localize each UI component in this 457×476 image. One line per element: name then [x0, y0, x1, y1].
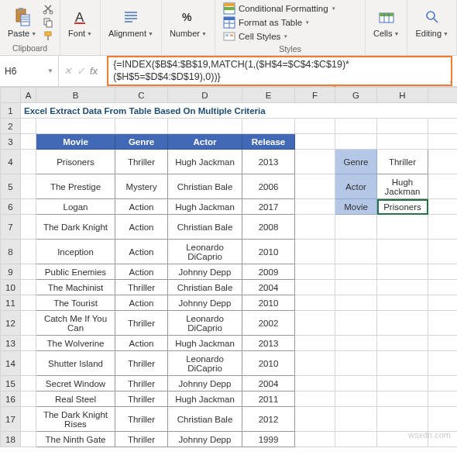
cell[interactable]: 2002 — [242, 311, 295, 336]
number-button[interactable]: % Number▼ — [167, 5, 210, 40]
table-header[interactable]: Movie — [36, 134, 115, 150]
alignment-button[interactable]: Alignment▼ — [105, 5, 156, 40]
cell[interactable]: 2011 — [242, 391, 295, 407]
cell[interactable]: Inception — [36, 240, 115, 264]
enter-icon[interactable]: ✓ — [77, 65, 85, 77]
side-value[interactable]: Hugh Jackman — [377, 174, 428, 199]
row-header[interactable]: 4 — [1, 150, 21, 174]
row-header[interactable]: 16 — [1, 391, 21, 407]
cell[interactable]: 2010 — [242, 240, 295, 264]
cell[interactable]: Thriller — [115, 311, 168, 336]
row-header[interactable]: 12 — [1, 311, 21, 336]
cell[interactable]: Shutter Island — [36, 351, 115, 376]
cell[interactable]: Hugh Jackman — [168, 199, 242, 215]
cell[interactable]: Johnny Depp — [168, 295, 242, 311]
cell[interactable]: Action — [115, 336, 168, 351]
font-button[interactable]: A Font▼ — [65, 5, 95, 40]
cell[interactable]: Johnny Depp — [168, 264, 242, 280]
paste-button[interactable]: Paste▼ — [5, 5, 40, 40]
conditional-formatting-button[interactable]: Conditional Formatting▾ — [222, 2, 359, 16]
row-header[interactable]: 11 — [1, 295, 21, 311]
cell[interactable]: Action — [115, 199, 168, 215]
col-header[interactable]: B — [36, 88, 115, 103]
cell[interactable]: Thriller — [115, 150, 168, 174]
cell[interactable]: Hugh Jackman — [168, 391, 242, 407]
col-header[interactable]: E — [242, 88, 295, 103]
cell[interactable]: Christian Bale — [168, 407, 242, 432]
editing-button[interactable]: Editing▼ — [412, 5, 452, 40]
cell[interactable]: 2004 — [242, 280, 295, 295]
cell[interactable]: Public Enemies — [36, 264, 115, 280]
selected-cell[interactable]: Prisoners — [377, 199, 428, 215]
expand-icon[interactable]: ⌄ — [448, 78, 454, 85]
col-header[interactable]: A — [21, 88, 36, 103]
side-label[interactable]: Actor — [335, 174, 377, 199]
cell[interactable]: Hugh Jackman — [168, 150, 242, 174]
cell[interactable]: The Dark Knight — [36, 215, 115, 240]
row-header[interactable]: 14 — [1, 351, 21, 376]
table-header[interactable]: Actor — [168, 134, 242, 150]
cell[interactable]: The Tourist — [36, 295, 115, 311]
row-header[interactable]: 10 — [1, 280, 21, 295]
col-header[interactable]: D — [168, 88, 242, 103]
cut-button[interactable] — [41, 3, 55, 16]
cell[interactable]: Real Steel — [36, 391, 115, 407]
row-header[interactable]: 15 — [1, 376, 21, 391]
cell[interactable]: Action — [115, 295, 168, 311]
page-title[interactable]: Excel Extract Data From Table Based On M… — [21, 103, 458, 119]
cell[interactable]: Thriller — [115, 280, 168, 295]
cell[interactable]: Action — [115, 240, 168, 264]
cancel-icon[interactable]: ✕ — [64, 65, 72, 77]
cell[interactable]: The Dark Knight Rises — [36, 407, 115, 432]
cell[interactable]: Thriller — [115, 407, 168, 432]
table-header[interactable]: Release — [242, 134, 295, 150]
cell[interactable]: Johnny Depp — [168, 376, 242, 391]
col-header[interactable]: H — [377, 88, 428, 103]
row-header[interactable]: 1 — [1, 103, 21, 119]
side-value[interactable]: Thriller — [377, 150, 428, 174]
format-painter-button[interactable] — [41, 29, 55, 42]
table-header[interactable]: Genre — [115, 134, 168, 150]
worksheet-grid[interactable]: A B C D E F G H 1 Excel Extract Data Fro… — [0, 87, 457, 447]
cell[interactable]: 2010 — [242, 295, 295, 311]
cell[interactable]: Christian Bale — [168, 280, 242, 295]
cell[interactable]: 2006 — [242, 174, 295, 199]
cell[interactable]: Secret Window — [36, 376, 115, 391]
col-header[interactable]: F — [295, 88, 335, 103]
cell[interactable]: 2009 — [242, 264, 295, 280]
cell[interactable]: Action — [115, 264, 168, 280]
fx-button[interactable]: fx — [90, 65, 98, 77]
col-header[interactable] — [428, 88, 458, 103]
copy-button[interactable] — [41, 16, 55, 29]
format-as-table-button[interactable]: Format as Table▾ — [222, 16, 359, 29]
cell[interactable]: The Wolverine — [36, 336, 115, 351]
cell[interactable]: Action — [115, 215, 168, 240]
cell[interactable]: Leonardo DiCaprio — [168, 240, 242, 264]
cell[interactable]: 2008 — [242, 215, 295, 240]
name-box[interactable]: H6 ▼ — [0, 56, 59, 86]
cell[interactable]: Thriller — [115, 432, 168, 447]
row-header[interactable]: 3 — [1, 134, 21, 150]
cell[interactable]: 2013 — [242, 150, 295, 174]
cell[interactable]: Catch Me If You Can — [36, 311, 115, 336]
cell[interactable]: Christian Bale — [168, 215, 242, 240]
cell[interactable]: 2004 — [242, 376, 295, 391]
cell[interactable]: Christian Bale — [168, 174, 242, 199]
cell[interactable]: Leonardo DiCaprio — [168, 311, 242, 336]
cell[interactable]: The Ninth Gate — [36, 432, 115, 447]
cell[interactable]: Thriller — [115, 351, 168, 376]
select-all-corner[interactable] — [1, 88, 21, 103]
cell[interactable]: Logan — [36, 199, 115, 215]
row-header[interactable]: 9 — [1, 264, 21, 280]
row-header[interactable]: 7 — [1, 215, 21, 240]
col-header[interactable]: C — [115, 88, 168, 103]
cell[interactable]: Mystery — [115, 174, 168, 199]
row-header[interactable]: 6 — [1, 199, 21, 215]
cell[interactable]: 2017 — [242, 199, 295, 215]
cell[interactable]: 2012 — [242, 407, 295, 432]
cell[interactable]: The Prestige — [36, 174, 115, 199]
cell[interactable]: Johnny Depp — [168, 432, 242, 447]
side-label[interactable]: Genre — [335, 150, 377, 174]
row-header[interactable]: 2 — [1, 119, 21, 134]
side-label[interactable]: Movie — [335, 199, 377, 215]
